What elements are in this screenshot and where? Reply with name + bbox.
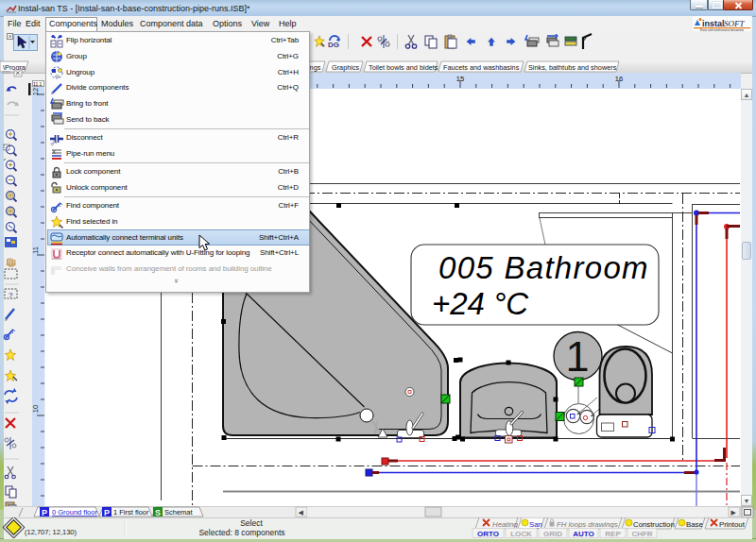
svg-text:ORTO: ORTO	[477, 530, 499, 538]
svg-text:Base: Base	[686, 520, 703, 529]
svg-text:0 Ground floor: 0 Ground floor	[52, 508, 97, 517]
svg-text:San: San	[529, 520, 542, 529]
svg-text:Schemat: Schemat	[164, 508, 194, 517]
svg-text:Selected: 8 components: Selected: 8 components	[198, 528, 284, 537]
svg-text:Construction: Construction	[633, 520, 675, 529]
svg-text:P: P	[104, 508, 110, 517]
svg-text:AUTO: AUTO	[573, 530, 594, 538]
svg-text:Graphics: Graphics	[332, 63, 360, 72]
svg-text:instal: instal	[702, 19, 725, 28]
svg-text:005 Bathroom: 005 Bathroom	[438, 250, 649, 285]
svg-text:Heating: Heating	[492, 520, 519, 529]
svg-text:CHFR: CHFR	[631, 530, 652, 538]
svg-text:SOFT: SOFT	[724, 19, 745, 28]
svg-text:Select: Select	[240, 518, 263, 528]
svg-text:FH loops drawings: FH loops drawings	[557, 520, 618, 529]
svg-text:(12,707; 12,130): (12,707; 12,130)	[25, 528, 77, 536]
svg-text:GRID: GRID	[543, 530, 562, 538]
svg-text:P: P	[42, 508, 47, 517]
svg-text:Printout: Printout	[719, 520, 746, 529]
svg-text:DG: DG	[328, 41, 339, 49]
svg-text:▶: ▶	[731, 509, 737, 516]
svg-text:◀: ◀	[299, 509, 304, 516]
svg-text:16: 16	[615, 75, 623, 83]
svg-text:1: 1	[565, 332, 589, 381]
svg-text:+24 °C: +24 °C	[432, 286, 529, 321]
svg-text:S: S	[155, 508, 161, 517]
svg-text:?: ?	[9, 291, 13, 299]
svg-text:X: X	[52, 149, 56, 155]
svg-text:Sinks, bathtubs and showers: Sinks, bathtubs and showers	[528, 63, 617, 72]
svg-text:15: 15	[456, 75, 464, 83]
svg-text:Faucets and washbasins: Faucets and washbasins	[443, 63, 520, 72]
svg-text:Toilet bowls and bidets: Toilet bowls and bidets	[369, 63, 438, 72]
svg-text:LOCK: LOCK	[510, 530, 532, 538]
svg-text:ings: ings	[308, 63, 321, 72]
svg-text:REP: REP	[605, 530, 621, 538]
svg-text:1 First floor: 1 First floor	[113, 508, 149, 517]
